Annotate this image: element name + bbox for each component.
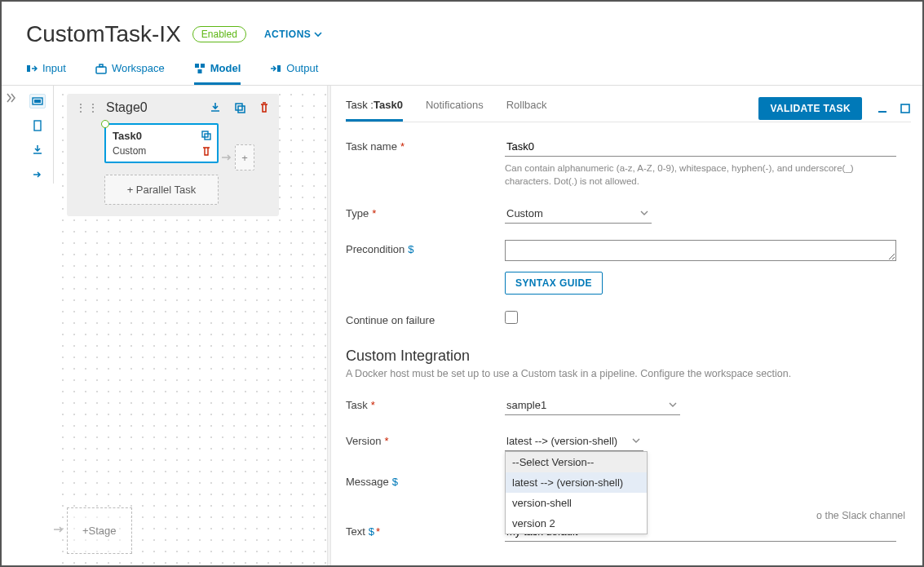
status-badge: Enabled bbox=[192, 26, 246, 42]
stage-copy-icon[interactable] bbox=[233, 101, 246, 114]
task-copy-icon[interactable] bbox=[201, 130, 212, 141]
connector-arrow-icon bbox=[220, 151, 233, 164]
task-card[interactable]: Task0 Custom + bbox=[104, 123, 219, 163]
version-option-v2[interactable]: version 2 bbox=[506, 513, 647, 534]
briefcase-icon bbox=[95, 63, 107, 74]
task-card-type: Custom bbox=[113, 145, 210, 157]
continue-on-failure-label: Continue on failure bbox=[346, 314, 435, 326]
tool-forward[interactable] bbox=[29, 167, 46, 182]
svg-rect-9 bbox=[34, 121, 41, 131]
task-name-label: Task name bbox=[346, 140, 397, 153]
add-stage[interactable]: +Stage bbox=[67, 507, 132, 554]
version-option-shell[interactable]: version-shell bbox=[506, 493, 647, 513]
tab-workspace-label: Workspace bbox=[112, 62, 165, 74]
subtab-rollback[interactable]: Rollback bbox=[506, 95, 547, 122]
precondition-input[interactable] bbox=[505, 240, 896, 261]
tool-document[interactable] bbox=[29, 118, 46, 133]
tab-input[interactable]: Input bbox=[26, 55, 66, 85]
custom-integration-subtitle: A Docker host must be set up to use a Cu… bbox=[346, 368, 911, 379]
maximize-icon[interactable] bbox=[900, 103, 911, 114]
tab-model[interactable]: Model bbox=[194, 55, 241, 85]
task-name-helper: Can contain alphanumeric (a-z, A-Z, 0-9)… bbox=[505, 162, 896, 188]
version-option-latest[interactable]: latest --> (version-shell) bbox=[506, 472, 647, 493]
tab-input-label: Input bbox=[42, 62, 66, 74]
primary-tabs: Input Workspace Model Output bbox=[2, 55, 922, 86]
tab-workspace[interactable]: Workspace bbox=[95, 55, 165, 85]
model-icon bbox=[194, 63, 206, 74]
drag-handle-icon[interactable]: ⋮⋮ bbox=[75, 101, 99, 114]
version-dropdown: --Select Version-- latest --> (version-s… bbox=[505, 451, 648, 534]
version-value: latest --> (version-shell) bbox=[505, 432, 643, 451]
connector-arrow-icon bbox=[52, 523, 65, 536]
tool-download[interactable] bbox=[29, 143, 46, 157]
svg-rect-0 bbox=[27, 65, 30, 72]
tab-output-label: Output bbox=[286, 62, 318, 74]
subtab-task-name: Task0 bbox=[374, 99, 403, 111]
stage-block[interactable]: ⋮⋮ Stage0 Task0 Custom bbox=[67, 94, 279, 216]
subtab-task[interactable]: Task :Task0 bbox=[346, 95, 403, 122]
svg-rect-3 bbox=[195, 64, 199, 68]
svg-rect-6 bbox=[277, 65, 281, 72]
tab-output[interactable]: Output bbox=[270, 55, 318, 85]
type-select[interactable]: Custom bbox=[505, 204, 652, 224]
task-detail-panel: Task :Task0 Notifications Rollback VALID… bbox=[331, 86, 922, 565]
ci-task-value: sample1 bbox=[505, 396, 680, 415]
pipeline-canvas[interactable]: ⋮⋮ Stage0 Task0 Custom bbox=[54, 86, 327, 565]
svg-rect-4 bbox=[201, 64, 205, 68]
message-label: Message bbox=[346, 476, 389, 488]
svg-rect-11 bbox=[238, 106, 245, 113]
svg-rect-14 bbox=[901, 104, 909, 113]
version-select[interactable]: latest --> (version-shell) bbox=[505, 432, 643, 451]
validate-task-button[interactable]: VALIDATE TASK bbox=[758, 97, 862, 120]
actions-label: ACTIONS bbox=[264, 29, 312, 40]
actions-menu[interactable]: ACTIONS bbox=[264, 29, 323, 40]
double-chevron-right-icon bbox=[6, 92, 17, 104]
precondition-label: Precondition bbox=[346, 243, 405, 255]
collapse-rail[interactable] bbox=[2, 86, 21, 565]
tool-cursor[interactable] bbox=[29, 94, 46, 109]
type-label: Type bbox=[346, 207, 369, 219]
stage-download-icon[interactable] bbox=[209, 101, 222, 114]
task-name-input[interactable] bbox=[505, 137, 896, 157]
version-option-placeholder[interactable]: --Select Version-- bbox=[506, 452, 647, 472]
task-card-name: Task0 bbox=[113, 130, 210, 142]
text-label: Text bbox=[346, 525, 365, 538]
custom-integration-title: Custom Integration bbox=[346, 348, 911, 365]
tab-model-label: Model bbox=[210, 62, 241, 74]
svg-rect-8 bbox=[34, 100, 41, 103]
version-label: Version bbox=[346, 435, 381, 447]
stage-delete-icon[interactable] bbox=[258, 101, 271, 114]
svg-rect-10 bbox=[236, 104, 242, 110]
syntax-guide-button[interactable]: SYNTAX GUIDE bbox=[505, 272, 603, 295]
stage-title: Stage0 bbox=[106, 100, 202, 115]
task-status-icon bbox=[101, 120, 109, 128]
svg-rect-5 bbox=[197, 69, 201, 73]
message-hint-fragment: o the Slack channel bbox=[816, 510, 905, 521]
add-parallel-task[interactable]: + Parallel Task bbox=[104, 175, 219, 205]
input-icon bbox=[26, 63, 38, 74]
output-icon bbox=[270, 63, 281, 74]
svg-rect-1 bbox=[96, 67, 106, 73]
ci-task-label: Task bbox=[346, 399, 368, 411]
subtab-task-prefix: Task : bbox=[346, 99, 374, 111]
minimize-icon[interactable] bbox=[877, 103, 888, 114]
svg-rect-2 bbox=[99, 64, 103, 67]
task-delete-icon[interactable] bbox=[201, 145, 212, 157]
add-sequential-task[interactable]: + bbox=[235, 144, 254, 171]
page-title: CustomTask-IX bbox=[26, 21, 181, 47]
subtab-notifications[interactable]: Notifications bbox=[426, 95, 484, 122]
type-value: Custom bbox=[505, 204, 652, 224]
continue-on-failure-checkbox[interactable] bbox=[505, 311, 518, 324]
ci-task-select[interactable]: sample1 bbox=[505, 396, 680, 415]
canvas-toolbar bbox=[21, 86, 54, 184]
chevron-down-icon bbox=[314, 30, 322, 38]
